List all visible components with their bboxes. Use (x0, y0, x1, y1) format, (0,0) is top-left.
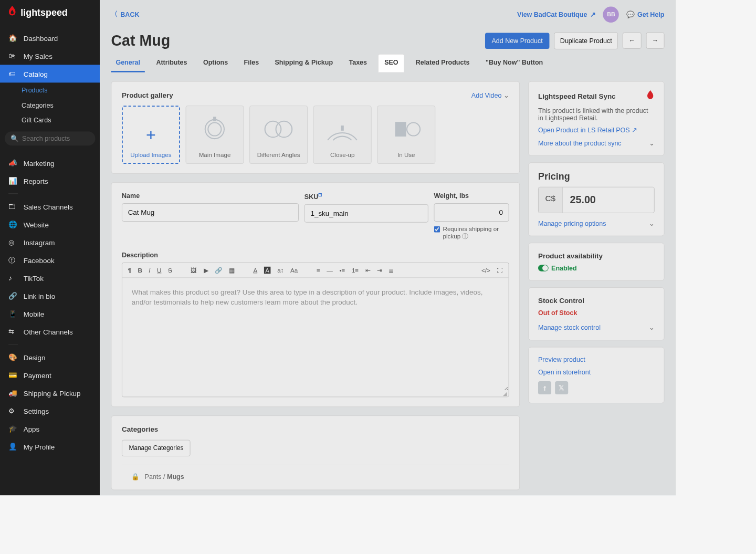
nav-linkinbio[interactable]: 🔗Link in bio (0, 287, 100, 305)
tab-taxes[interactable]: Taxes (344, 54, 372, 72)
toggle-icon[interactable] (538, 265, 549, 271)
video-icon[interactable]: ▶ (204, 267, 208, 274)
nav-sub-giftcards[interactable]: Gift Cards (22, 113, 100, 128)
next-product-button[interactable]: → (646, 33, 665, 49)
nav-dashboard[interactable]: 🏠Dashboard (0, 29, 100, 47)
avatar[interactable]: BB (603, 7, 619, 23)
image-icon[interactable]: 🖼 (191, 267, 197, 274)
manage-stock-link[interactable]: Manage stock control (538, 324, 601, 331)
search-box[interactable]: 🔍 (5, 131, 96, 145)
underline-icon[interactable]: U (157, 267, 161, 274)
nav-mobile[interactable]: 📱Mobile (0, 305, 100, 322)
gallery-title: Product gallery (122, 91, 173, 99)
get-help-link[interactable]: 💬 Get Help (627, 11, 665, 18)
nav-sub-products[interactable]: Products (22, 82, 100, 98)
nav-otherchannels[interactable]: ⇆Other Channels (0, 322, 100, 340)
tag-icon: 🏷 (8, 69, 17, 78)
paragraph-icon[interactable]: ¶ (128, 267, 131, 274)
ol-icon[interactable]: 1≡ (352, 267, 359, 274)
nav-settings[interactable]: ⚙Settings (0, 402, 100, 420)
case-icon[interactable]: Aa (291, 267, 298, 274)
nav-marketing[interactable]: 📣Marketing (0, 154, 100, 172)
name-input[interactable] (122, 203, 299, 222)
resize-handle[interactable]: ◢ (122, 391, 509, 397)
more-sync-link[interactable]: More about the product sync (538, 140, 622, 147)
gallery-placeholder-main: Main Image (186, 106, 244, 164)
share-facebook-icon[interactable]: f (538, 381, 551, 394)
nav-payment[interactable]: 💳Payment (0, 366, 100, 384)
link-tool-icon[interactable]: 🔗 (215, 267, 223, 274)
tab-files[interactable]: Files (239, 54, 264, 72)
sku-input[interactable] (304, 204, 428, 223)
weight-input[interactable] (434, 203, 509, 222)
preview-product-link[interactable]: Preview product (538, 356, 655, 363)
bold-icon[interactable]: B (138, 267, 142, 274)
tab-shipping[interactable]: Shipping & Pickup (270, 54, 338, 72)
open-ls-retail-link[interactable]: Open Product in LS Retail POS ↗ (538, 126, 655, 133)
preview-panel: Preview product Open in storefront f 𝕏 (529, 347, 665, 403)
pricing-panel: Pricing C$ 25.00 Manage pricing options … (529, 162, 665, 236)
nav-saleschannels[interactable]: 🗔Sales Channels (0, 197, 100, 215)
italic-icon[interactable]: I (149, 267, 151, 274)
textcolor-icon[interactable]: A (254, 267, 258, 274)
availability-status[interactable]: Enabled (538, 264, 655, 271)
justify-icon[interactable]: ≣ (389, 267, 394, 274)
add-new-product-button[interactable]: Add New Product (485, 33, 549, 48)
search-input[interactable] (22, 135, 90, 142)
tab-options[interactable]: Options (198, 54, 233, 72)
bgcolor-icon[interactable]: A (264, 267, 271, 274)
strike-icon[interactable]: S (168, 267, 172, 274)
nav-tiktok[interactable]: ♪TikTok (0, 269, 100, 287)
fontsize-icon[interactable]: a↕ (278, 267, 284, 274)
name-field: Name (122, 192, 299, 241)
share-twitter-icon[interactable]: 𝕏 (555, 381, 569, 394)
prev-product-button[interactable]: ← (623, 33, 642, 49)
add-video-link[interactable]: Add Video ⌄ (471, 91, 509, 99)
nav-facebook[interactable]: ⓕFacebook (0, 251, 100, 269)
brand-name: lightspeed (20, 7, 67, 18)
categories-title: Categories (122, 425, 509, 433)
duplicate-product-button[interactable]: Duplicate Product (554, 32, 618, 49)
hr-icon[interactable]: — (327, 267, 333, 274)
page-title: Cat Mug (111, 32, 171, 49)
outdent-icon[interactable]: ⇤ (365, 267, 371, 274)
weight-field: Weight, lbs Requires shipping or pickup … (434, 192, 509, 241)
tab-attributes[interactable]: Attributes (152, 54, 192, 72)
chevron-down-icon[interactable]: ⌄ (649, 219, 655, 227)
ul-icon[interactable]: •≡ (340, 267, 345, 274)
plus-icon: + (146, 126, 156, 145)
nav-catalog[interactable]: 🏷Catalog (0, 65, 100, 82)
align-icon[interactable]: ≡ (317, 267, 320, 274)
nav-design[interactable]: 🎨Design (0, 348, 100, 366)
manage-pricing-link[interactable]: Manage pricing options (538, 219, 606, 227)
search-icon: 🔍 (10, 135, 18, 142)
requires-shipping-checkbox[interactable] (434, 226, 440, 233)
view-store-link[interactable]: View BadCat Boutique ↗ (517, 11, 595, 18)
fullscreen-icon[interactable]: ⛶ (497, 267, 503, 274)
nav-instagram[interactable]: ◎Instagram (0, 233, 100, 251)
nav-shipping[interactable]: 🚚Shipping & Pickup (0, 384, 100, 402)
open-storefront-link[interactable]: Open in storefront (538, 368, 655, 375)
nav-website[interactable]: 🌐Website (0, 215, 100, 233)
nav-reports[interactable]: 📊Reports (0, 172, 100, 190)
currency-label: C$ (539, 187, 562, 213)
nav-myprofile[interactable]: 👤My Profile (0, 437, 100, 455)
tab-seo[interactable]: SEO (379, 54, 405, 72)
manage-categories-button[interactable]: Manage Categories (122, 440, 191, 456)
nav-sub-categories[interactable]: Categories (22, 98, 100, 113)
nav-apps[interactable]: 🎓Apps (0, 420, 100, 437)
price-value[interactable]: 25.00 (563, 187, 655, 213)
instagram-icon: ◎ (8, 238, 17, 246)
indent-icon[interactable]: ⇥ (377, 267, 382, 274)
editor-body[interactable]: What makes this product so great? Use th… (122, 278, 509, 391)
chevron-down-icon[interactable]: ⌄ (649, 140, 655, 147)
code-icon[interactable]: </> (481, 267, 490, 274)
tab-related[interactable]: Related Products (411, 54, 475, 72)
upload-images-tile[interactable]: + Upload Images (122, 106, 180, 164)
tab-general[interactable]: General (111, 54, 145, 72)
tab-buynow[interactable]: "Buy Now" Button (481, 54, 548, 72)
nav-mysales[interactable]: 🛍My Sales (0, 47, 100, 65)
table-icon[interactable]: ▦ (229, 267, 235, 274)
back-link[interactable]: 〈 BACK (111, 11, 140, 19)
chevron-down-icon[interactable]: ⌄ (649, 324, 655, 331)
